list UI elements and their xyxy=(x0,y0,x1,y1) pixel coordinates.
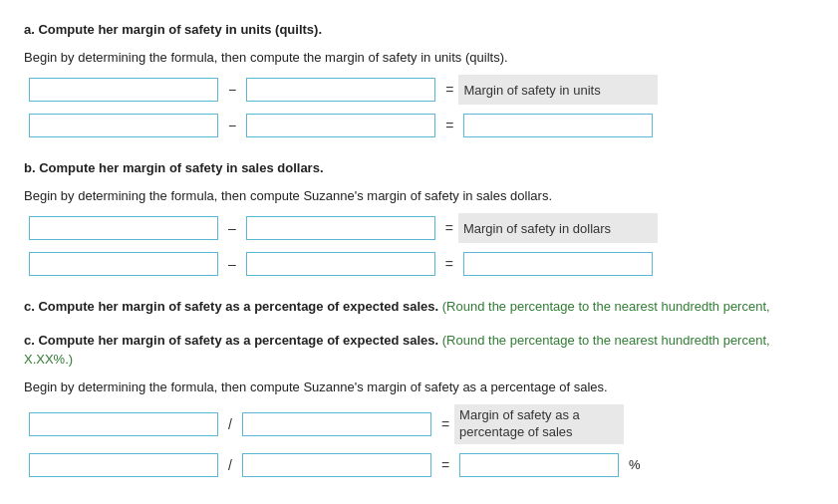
section-c-preview-green: (Round the percentage to the nearest hun… xyxy=(442,299,770,314)
section-b-equals2: = xyxy=(440,249,458,279)
section-a-input3[interactable] xyxy=(29,114,218,137)
section-c-operator2: / xyxy=(223,450,237,480)
section-c-row1: / = Margin of safety as a percentage of … xyxy=(24,404,646,444)
section-a-result-label: Margin of safety in units xyxy=(458,75,658,105)
section-a-equals1: = xyxy=(440,75,458,105)
section-c: c. Compute her margin of safety as a per… xyxy=(24,331,814,480)
section-b-input2-cell xyxy=(241,213,440,243)
section-b: b. Compute her margin of safety in sales… xyxy=(24,158,814,279)
section-b-result-cell xyxy=(458,249,658,279)
section-b-input1-cell xyxy=(24,213,223,243)
section-b-row1: – = Margin of safety in dollars xyxy=(24,213,658,243)
section-c-result-input[interactable] xyxy=(459,453,619,477)
section-b-result-label: Margin of safety in dollars xyxy=(458,213,658,243)
section-c-input1[interactable] xyxy=(29,412,218,436)
section-b-heading: b. Compute her margin of safety in sales… xyxy=(24,158,814,178)
section-c-preview-text: c. Compute her margin of safety as a per… xyxy=(24,297,814,317)
section-b-input3-cell xyxy=(24,249,223,279)
section-a-operator1: − xyxy=(223,75,241,105)
section-a-input2-cell xyxy=(241,75,440,105)
section-a-input2[interactable] xyxy=(246,78,435,102)
section-b-formula-table: – = Margin of safety in dollars – = xyxy=(24,213,658,279)
section-a-input3-cell xyxy=(24,111,223,140)
section-b-input4[interactable] xyxy=(246,252,435,276)
section-c-equals1: = xyxy=(436,404,454,444)
section-b-input2[interactable] xyxy=(246,216,435,240)
section-a-result-input[interactable] xyxy=(463,114,653,137)
section-c-input4[interactable] xyxy=(242,453,431,477)
section-b-instruction: Begin by determining the formula, then c… xyxy=(24,186,814,206)
section-a: a. Compute her margin of safety in units… xyxy=(24,20,814,140)
section-a-instruction: Begin by determining the formula, then c… xyxy=(24,48,814,68)
section-c-percent-suffix: % xyxy=(624,450,646,480)
section-a-input1-cell xyxy=(24,75,223,105)
section-c-input4-cell xyxy=(237,450,436,480)
section-c-preview: c. Compute her margin of safety as a per… xyxy=(24,297,814,317)
section-c-heading: c. Compute her margin of safety as a per… xyxy=(24,331,814,370)
section-b-row2: – = xyxy=(24,249,658,279)
section-b-input3[interactable] xyxy=(29,252,218,276)
section-c-input2[interactable] xyxy=(242,412,431,436)
section-a-result-cell xyxy=(458,111,658,140)
section-a-heading: a. Compute her margin of safety in units… xyxy=(24,20,814,40)
section-a-input1[interactable] xyxy=(29,78,218,102)
section-c-row2: / = % xyxy=(24,450,646,480)
section-a-formula-table: − = Margin of safety in units − = xyxy=(24,75,658,140)
section-b-input1[interactable] xyxy=(29,216,218,240)
section-c-equals2: = xyxy=(436,450,454,480)
section-c-operator1: / xyxy=(223,404,237,444)
section-a-row1: − = Margin of safety in units xyxy=(24,75,658,105)
section-c-input1-cell xyxy=(24,404,223,444)
section-a-input4-cell xyxy=(241,111,440,140)
section-c-result-label: Margin of safety as a percentage of sale… xyxy=(454,404,624,444)
section-c-input2-cell xyxy=(237,404,436,444)
section-c-input3-cell xyxy=(24,450,223,480)
section-b-operator1: – xyxy=(223,213,241,243)
section-c-label-line1: Margin of safety as a xyxy=(459,407,619,424)
section-c-label-line2: percentage of sales xyxy=(459,424,619,441)
section-b-input4-cell xyxy=(241,249,440,279)
section-b-result-input[interactable] xyxy=(463,252,653,276)
section-b-equals1: = xyxy=(440,213,458,243)
section-c-result-cell xyxy=(454,450,624,480)
section-b-operator2: – xyxy=(223,249,241,279)
section-c-input3[interactable] xyxy=(29,453,218,477)
section-a-row2: − = xyxy=(24,111,658,140)
section-a-operator2: − xyxy=(223,111,241,140)
section-c-instruction: Begin by determining the formula, then c… xyxy=(24,378,814,397)
section-a-equals2: = xyxy=(440,111,458,140)
section-a-input4[interactable] xyxy=(246,114,435,137)
section-c-formula-table: / = Margin of safety as a percentage of … xyxy=(24,404,646,480)
